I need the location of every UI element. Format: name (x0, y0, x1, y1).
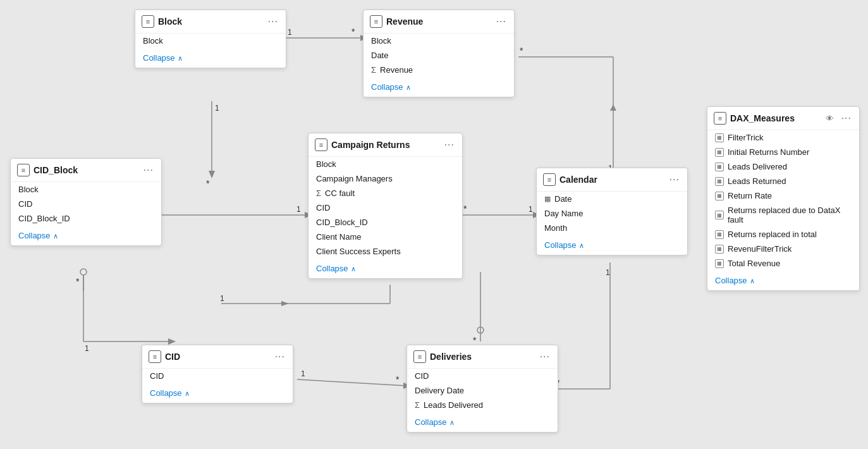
calendar-more-button[interactable]: ··· (668, 174, 681, 185)
calendar-date-icon: ▦ (544, 195, 551, 203)
dax-measures-panel: ≡ DAX_Measures 👁 ··· ▦ FilterTrick ▦ Ini… (707, 106, 860, 291)
svg-text:1: 1 (220, 294, 224, 303)
svg-text:*: * (396, 374, 400, 384)
campaign-returns-icon: ≡ (315, 138, 327, 151)
measure-icon-5: ▦ (715, 192, 724, 200)
cid-field-cid: CID (142, 369, 293, 383)
cid-block-header: ≡ CID_Block ··· (11, 159, 161, 182)
sigma-icon-cc: Σ (316, 188, 321, 198)
cid-block-more-button[interactable]: ··· (142, 164, 155, 176)
cid-block-collapse-button[interactable]: Collapse (11, 226, 161, 245)
sigma-icon: Σ (371, 65, 376, 75)
cid-more-button[interactable]: ··· (274, 351, 286, 362)
svg-marker-31 (281, 301, 289, 306)
eye-icon[interactable]: 👁 (826, 114, 834, 123)
svg-text:*: * (206, 178, 210, 188)
cid-table: ≡ CID ··· CID Collapse (142, 345, 293, 403)
calendar-table: ≡ Calendar ··· ▦ Date Day Name Month Col… (536, 168, 688, 255)
block-more-button[interactable]: ··· (267, 16, 279, 27)
block-collapse-button[interactable]: Collapse (135, 48, 286, 68)
revenue-table-icon: ≡ (370, 15, 382, 28)
dax-field-revenu-filter: ▦ RevenuFilterTrick (707, 242, 859, 256)
cid-block-chevron (53, 231, 58, 240)
dax-field-returns-datax: ▦ Returns replaced due to DataX fault (707, 203, 859, 227)
dax-more-button[interactable]: ··· (840, 113, 853, 124)
cr-field-client-name: Client Name (309, 230, 462, 244)
dax-table-icon: ≡ (714, 112, 726, 125)
cr-field-cid-block-id: CID_Block_ID (309, 215, 462, 230)
dax-field-leads-returned: ▦ Leads Returned (707, 174, 859, 188)
cid-collapse-button[interactable]: Collapse (142, 383, 293, 403)
svg-text:*: * (351, 27, 355, 37)
calendar-field-day-name: Day Name (537, 206, 687, 221)
calendar-field-month: Month (537, 221, 687, 235)
dax-chevron (750, 276, 755, 285)
svg-text:1: 1 (301, 369, 305, 378)
block-field-block: Block (135, 34, 286, 48)
block-table-name: Block (158, 16, 263, 27)
cr-field-campaign-managers: Campaign Managers (309, 171, 462, 186)
cr-field-block: Block (309, 157, 462, 171)
calendar-icon: ≡ (543, 173, 556, 186)
svg-text:1: 1 (529, 205, 533, 214)
diagram-canvas: 1 * * 1 1 * * 1 * 1 (0, 0, 868, 449)
deliveries-collapse-button[interactable]: Collapse (407, 412, 558, 432)
cid-block-field-block: Block (11, 182, 161, 197)
cid-block-field-cid-block-id: CID_Block_ID (11, 211, 161, 226)
cid-block-icon: ≡ (17, 164, 30, 176)
block-chevron-icon (178, 53, 183, 63)
revenue-table-name: Revenue (386, 16, 491, 27)
deliveries-field-leads-delivered: Σ Leads Delivered (407, 398, 558, 412)
dax-header: ≡ DAX_Measures 👁 ··· (707, 107, 859, 130)
block-table-icon: ≡ (142, 15, 154, 28)
revenue-field-date: Date (364, 48, 514, 63)
svg-marker-10 (209, 171, 215, 178)
campaign-returns-collapse-button[interactable]: Collapse (309, 259, 462, 278)
deliveries-name: Deliveries (430, 352, 535, 362)
deliveries-icon: ≡ (413, 350, 426, 363)
campaign-returns-more-button[interactable]: ··· (443, 139, 456, 151)
svg-text:*: * (76, 276, 80, 286)
cid-icon: ≡ (149, 350, 161, 363)
measure-icon-8: ▦ (715, 245, 724, 254)
deliveries-header: ≡ Deliveries ··· (407, 345, 558, 369)
calendar-field-date: ▦ Date (537, 192, 687, 206)
sigma-icon-leads: Σ (415, 400, 420, 410)
svg-marker-8 (610, 104, 616, 111)
revenue-chevron-icon (406, 82, 411, 92)
measure-icon-1: ▦ (715, 133, 724, 142)
cr-field-client-success: Client Success Experts (309, 244, 462, 259)
svg-point-34 (477, 327, 484, 333)
dax-collapse-button[interactable]: Collapse (707, 271, 859, 290)
revenue-table: ≡ Revenue ··· Block Date Σ Revenue Colla… (363, 9, 515, 97)
measure-icon-9: ▦ (715, 259, 724, 268)
cid-block-field-cid: CID (11, 197, 161, 211)
svg-text:*: * (463, 204, 467, 214)
svg-line-24 (297, 379, 406, 386)
calendar-name: Calendar (559, 175, 664, 185)
cr-field-cid: CID (309, 200, 462, 215)
svg-text:*: * (473, 335, 477, 345)
deliveries-field-delivery-date: Delivery Date (407, 383, 558, 398)
svg-marker-22 (168, 338, 176, 345)
revenue-more-button[interactable]: ··· (495, 16, 508, 27)
cid-block-name: CID_Block (34, 165, 138, 175)
deliveries-more-button[interactable]: ··· (539, 351, 551, 362)
svg-text:1: 1 (215, 104, 219, 113)
dax-name: DAX_Measures (730, 113, 822, 123)
measure-icon-3: ▦ (715, 163, 724, 171)
dax-field-filtertrick: ▦ FilterTrick (707, 130, 859, 145)
revenue-field-revenue: Σ Revenue (364, 63, 514, 77)
dax-field-return-rate: ▦ Return Rate (707, 188, 859, 203)
measure-icon-4: ▦ (715, 177, 724, 186)
revenue-collapse-button[interactable]: Collapse (364, 77, 514, 97)
campaign-returns-table: ≡ Campaign Returns ··· Block Campaign Ma… (308, 133, 463, 279)
svg-text:1: 1 (85, 344, 89, 353)
svg-text:1: 1 (296, 205, 301, 214)
revenue-table-header: ≡ Revenue ··· (364, 10, 514, 34)
cid-block-table: ≡ CID_Block ··· Block CID CID_Block_ID C… (10, 158, 162, 246)
dax-field-total-revenue: ▦ Total Revenue (707, 256, 859, 271)
calendar-collapse-button[interactable]: Collapse (537, 235, 687, 255)
svg-text:1: 1 (606, 268, 610, 277)
deliveries-table: ≡ Deliveries ··· CID Delivery Date Σ Lea… (406, 345, 558, 433)
